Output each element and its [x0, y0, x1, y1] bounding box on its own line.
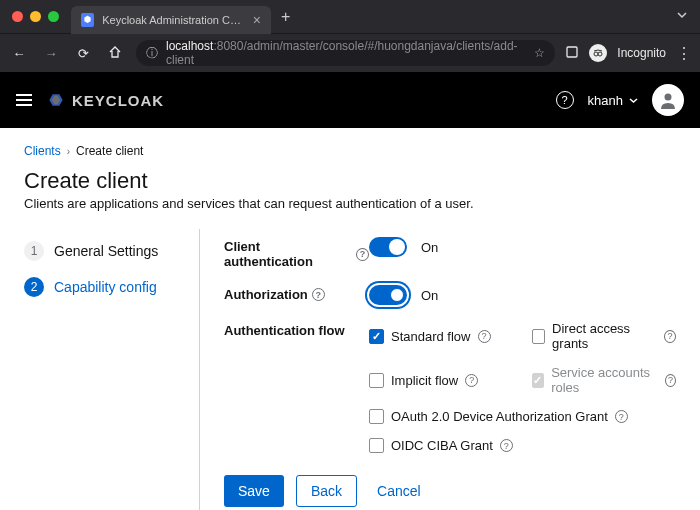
- checkbox-standard-flow[interactable]: Standard flow ?: [369, 321, 514, 351]
- back-button[interactable]: Back: [296, 475, 357, 507]
- help-icon[interactable]: ?: [465, 374, 478, 387]
- browser-menu-icon[interactable]: ⋮: [676, 44, 692, 63]
- svg-point-1: [594, 52, 598, 56]
- checkbox-service-accounts: Service accounts roles ?: [532, 365, 677, 395]
- menu-toggle-button[interactable]: [16, 91, 32, 109]
- help-icon[interactable]: ?: [665, 374, 676, 387]
- step-label: Capability config: [54, 279, 157, 295]
- row-authorization: Authorization ? On: [224, 277, 676, 313]
- reload-button[interactable]: ⟳: [72, 46, 94, 61]
- checkbox-icon: [369, 438, 384, 453]
- checkbox-label: Service accounts roles: [551, 365, 658, 395]
- client-auth-toggle[interactable]: [369, 237, 407, 257]
- app-logo[interactable]: KEYCLOAK: [46, 90, 164, 110]
- help-icon[interactable]: ?: [356, 248, 369, 261]
- maximize-window-button[interactable]: [48, 11, 59, 22]
- checkbox-icon: [369, 373, 384, 388]
- user-dropdown[interactable]: khanh: [588, 93, 638, 108]
- svg-rect-0: [567, 47, 577, 57]
- tab-bar: ⬢ Keycloak Administration Conso × +: [0, 0, 700, 34]
- step-number: 1: [24, 241, 44, 261]
- new-tab-button[interactable]: +: [271, 8, 300, 26]
- close-window-button[interactable]: [12, 11, 23, 22]
- breadcrumb-separator: ›: [67, 146, 70, 157]
- step-general-settings[interactable]: 1 General Settings: [24, 233, 199, 269]
- username: khanh: [588, 93, 623, 108]
- svg-point-5: [665, 94, 672, 101]
- authorization-toggle[interactable]: [369, 285, 407, 305]
- incognito-avatar[interactable]: [589, 44, 607, 62]
- checkbox-icon: [369, 329, 384, 344]
- forward-button[interactable]: →: [40, 46, 62, 61]
- form-area: Client authentication ? On Authorization…: [199, 229, 676, 510]
- app-header: KEYCLOAK ? khanh: [0, 72, 700, 128]
- row-client-auth: Client authentication ? On: [224, 229, 676, 277]
- browser-tab[interactable]: ⬢ Keycloak Administration Conso ×: [71, 6, 271, 34]
- checkbox-ciba-grant[interactable]: OIDC CIBA Grant ?: [369, 438, 676, 453]
- user-avatar[interactable]: [652, 84, 684, 116]
- row-auth-flow: Authentication flow Standard flow ? Di: [224, 313, 676, 461]
- help-button[interactable]: ?: [556, 91, 574, 109]
- checkbox-icon: [532, 329, 546, 344]
- checkbox-icon: [369, 409, 384, 424]
- home-button[interactable]: [104, 45, 126, 62]
- cancel-button[interactable]: Cancel: [369, 475, 429, 507]
- wizard: 1 General Settings 2 Capability config C…: [24, 229, 676, 510]
- help-icon[interactable]: ?: [500, 439, 513, 452]
- authorization-value: On: [421, 288, 438, 303]
- checkbox-label: OAuth 2.0 Device Authorization Grant: [391, 409, 608, 424]
- checkbox-label: Standard flow: [391, 329, 471, 344]
- checkbox-icon: [532, 373, 545, 388]
- extensions-icon[interactable]: [565, 45, 579, 62]
- auth-flow-label: Authentication flow: [224, 323, 345, 338]
- page-description: Clients are applications and services th…: [24, 196, 676, 211]
- breadcrumb-clients[interactable]: Clients: [24, 144, 61, 158]
- help-icon[interactable]: ?: [664, 330, 676, 343]
- step-capability-config[interactable]: 2 Capability config: [24, 269, 199, 305]
- incognito-label: Incognito: [617, 46, 666, 60]
- page-content: Clients › Create client Create client Cl…: [0, 128, 700, 510]
- tab-title: Keycloak Administration Conso: [102, 14, 245, 26]
- wizard-footer: Save Back Cancel: [224, 461, 676, 510]
- help-icon[interactable]: ?: [615, 410, 628, 423]
- minimize-window-button[interactable]: [30, 11, 41, 22]
- window-controls: [8, 11, 71, 22]
- url-text: localhost:8080/admin/master/console/#/hu…: [166, 39, 526, 67]
- step-label: General Settings: [54, 243, 158, 259]
- site-info-icon[interactable]: ⓘ: [146, 45, 158, 62]
- checkbox-device-grant[interactable]: OAuth 2.0 Device Authorization Grant ?: [369, 409, 676, 424]
- help-icon[interactable]: ?: [312, 288, 325, 301]
- keycloak-logo-icon: [46, 90, 66, 110]
- brand-text: KEYCLOAK: [72, 92, 164, 109]
- help-icon[interactable]: ?: [478, 330, 491, 343]
- checkbox-label: Direct access grants: [552, 321, 657, 351]
- authorization-label: Authorization: [224, 287, 308, 302]
- save-button[interactable]: Save: [224, 475, 284, 507]
- tab-favicon: ⬢: [81, 13, 94, 27]
- checkbox-direct-access[interactable]: Direct access grants ?: [532, 321, 677, 351]
- step-number: 2: [24, 277, 44, 297]
- url-field[interactable]: ⓘ localhost:8080/admin/master/console/#/…: [136, 40, 555, 66]
- expand-tabs-icon[interactable]: [664, 9, 700, 24]
- checkbox-implicit-flow[interactable]: Implicit flow ?: [369, 365, 514, 395]
- back-button[interactable]: ←: [8, 46, 30, 61]
- checkbox-label: OIDC CIBA Grant: [391, 438, 493, 453]
- chevron-down-icon: [629, 96, 638, 105]
- breadcrumb: Clients › Create client: [24, 144, 676, 158]
- tab-close-icon[interactable]: ×: [253, 13, 261, 27]
- client-auth-label: Client authentication: [224, 239, 352, 269]
- address-bar: ← → ⟳ ⓘ localhost:8080/admin/master/cons…: [0, 34, 700, 72]
- bookmark-icon[interactable]: ☆: [534, 46, 545, 60]
- breadcrumb-current: Create client: [76, 144, 143, 158]
- checkbox-label: Implicit flow: [391, 373, 458, 388]
- page-title: Create client: [24, 168, 676, 194]
- svg-point-2: [598, 52, 602, 56]
- wizard-steps: 1 General Settings 2 Capability config: [24, 229, 199, 510]
- browser-chrome: ⬢ Keycloak Administration Conso × + ← → …: [0, 0, 700, 72]
- client-auth-value: On: [421, 240, 438, 255]
